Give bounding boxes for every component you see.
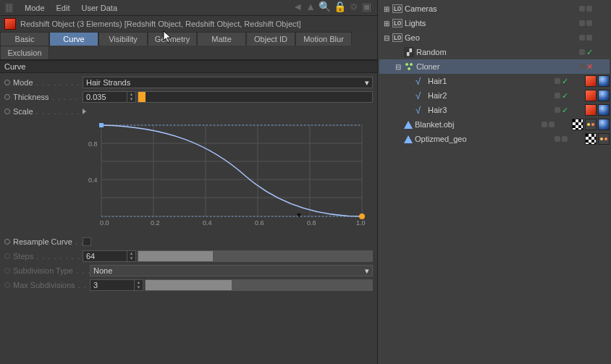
layer-dot-icon[interactable] [555,78,560,84]
red-tag-icon[interactable] [585,104,597,116]
layer-dot-icon[interactable] [579,20,585,26]
expander-icon[interactable]: ⊞ [383,5,390,13]
mode-dropdown[interactable]: Hair Strands ▾ [83,77,373,88]
object-manager[interactable]: ⊞L0Cameras⊞L0Lights⊟L0Geo▞Random✓⊟Cloner… [378,0,611,148]
attr-resample-row: Resample Curve [4,235,373,248]
chevron-down-icon: ▾ [365,266,369,276]
enabled-check-icon[interactable]: ✓ [586,48,593,57]
expander-icon[interactable]: ⊞ [383,20,390,27]
thickness-input[interactable]: 0.035 [83,91,127,103]
layer-dot-icon[interactable] [555,136,560,142]
tab-geometry[interactable]: Geometry [148,32,197,46]
menu-mode[interactable]: Mode [25,4,45,12]
ball-tag-icon[interactable] [598,119,610,130]
om-row-cloner[interactable]: ⊟Cloner✕ [379,59,610,74]
nav-back-icon[interactable]: ◄ [292,1,303,12]
dots-tag-icon[interactable] [585,119,597,130]
search-icon[interactable]: 🔍 [319,1,331,12]
tab-motionblur[interactable]: Motion Blur [295,32,352,46]
layer-dot-icon[interactable] [555,107,560,113]
expander-icon[interactable]: ⊟ [383,34,390,42]
om-row-hair2[interactable]: √Hair2✓ [379,88,610,103]
layer-dot-icon[interactable] [549,122,555,127]
subdivtype-value: None [93,266,112,275]
layer-dot-icon[interactable] [586,20,592,26]
nav-up-icon[interactable]: ▲ [306,1,316,12]
layer-dot-icon[interactable] [579,64,585,69]
ball-tag-icon[interactable] [598,75,610,87]
om-row-lights[interactable]: ⊞L0Lights [379,16,610,30]
enabled-check-icon[interactable]: ✓ [562,91,568,101]
object-name[interactable]: Cloner [416,62,439,71]
object-name[interactable]: Lights [405,19,426,27]
enabled-check-icon[interactable]: ✓ [562,106,568,115]
tab-matte[interactable]: Matte [197,32,246,46]
anim-dot[interactable] [4,239,10,245]
tab-basic[interactable]: Basic [0,32,49,46]
anim-dot[interactable] [4,94,10,100]
popout-icon[interactable]: ▣ [362,1,371,12]
tab-curve[interactable]: Curve [49,32,98,46]
chevron-down-icon: ▾ [365,78,369,88]
scale-curve-graph[interactable]: 0.0 0.2 0.4 0.6 0.8 1.0 0.8 0.4 [87,122,368,231]
layer-dot-icon[interactable] [586,35,592,41]
anim-dot[interactable] [4,109,10,114]
gear-icon[interactable]: ⛭ [349,1,359,12]
svg-point-16 [359,213,365,219]
layer-dot-icon[interactable] [555,93,560,98]
null-icon: L0 [392,4,403,13]
svg-text:0.8: 0.8 [307,219,316,227]
object-name[interactable]: Blanket.obj [415,120,454,129]
om-row-hair1[interactable]: √Hair1✓ [379,74,610,88]
menu-edit[interactable]: Edit [56,4,70,12]
null-icon: L0 [392,33,403,42]
object-name[interactable]: Hair1 [428,77,447,85]
red-tag-icon[interactable] [585,75,597,87]
ball-tag-icon[interactable] [598,104,610,116]
svg-text:0.4: 0.4 [203,219,212,227]
thickness-slider[interactable] [138,91,373,103]
expand-icon[interactable] [83,109,86,114]
anim-dot[interactable] [4,80,10,85]
resample-label: Resample Curve [13,237,83,246]
layer-dot-icon[interactable] [562,136,568,142]
chk-tag-icon[interactable] [572,119,583,130]
disabled-x-icon[interactable]: ✕ [586,62,593,72]
layer-dot-icon[interactable] [579,49,585,55]
object-name[interactable]: Random [416,48,447,56]
layer-dot-icon[interactable] [579,6,585,12]
expander-icon[interactable]: ⊟ [395,63,402,71]
tab-exclusion[interactable]: Exclusion [0,46,49,59]
red-tag-icon[interactable] [585,90,597,101]
attr-subdivtype-row: Subdivision Type None ▾ [4,264,373,277]
chk-tag-icon[interactable] [585,133,597,145]
menu-userdata[interactable]: User Data [82,4,118,12]
object-name[interactable]: Hair2 [428,91,447,100]
thickness-spinner[interactable]: ▲▼ [127,91,136,103]
om-row-geo[interactable]: ⊟L0Geo [379,30,610,45]
svg-text:0.8: 0.8 [88,140,98,148]
dots-tag-icon[interactable] [598,133,610,145]
om-row-random[interactable]: ▞Random✓ [379,45,610,59]
lock-icon[interactable]: 🔒 [334,1,346,12]
layer-dot-icon[interactable] [542,122,547,127]
object-name[interactable]: Hair3 [428,106,447,114]
tab-visibility[interactable]: Visibility [98,32,148,46]
layer-dot-icon[interactable] [586,6,592,12]
object-name[interactable]: Optizmed_geo [415,135,467,143]
null-icon: L0 [392,19,403,27]
layer-dot-icon[interactable] [579,35,585,41]
om-row-hair3[interactable]: √Hair3✓ [379,103,610,117]
tab-objectid[interactable]: Object ID [246,32,295,46]
svg-text:0.6: 0.6 [255,219,264,227]
om-row-optizmed_geo[interactable]: Optizmed_geo [379,132,610,146]
mode-label: Mode [13,78,83,87]
resample-checkbox[interactable] [83,237,91,246]
enabled-check-icon[interactable]: ✓ [562,77,568,86]
om-row-cameras[interactable]: ⊞L0Cameras [379,1,610,16]
attr-thickness-row: Thickness 0.035 ▲▼ [4,90,373,103]
ball-tag-icon[interactable] [598,90,610,101]
object-name[interactable]: Geo [405,33,420,42]
om-row-blanket-obj[interactable]: Blanket.obj [379,117,610,132]
object-name[interactable]: Cameras [405,4,437,13]
